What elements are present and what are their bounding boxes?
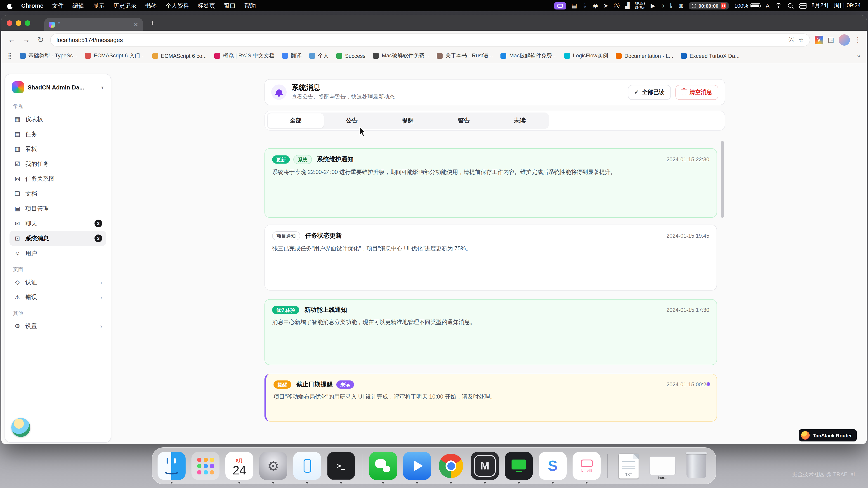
dock-blue-messenger[interactable] <box>403 452 431 480</box>
dock-finder[interactable] <box>158 452 186 480</box>
sidebar-item-chat[interactable]: ✉聊天3 <box>9 216 106 231</box>
apple-menu-icon[interactable] <box>7 2 13 9</box>
dock-calendar[interactable]: 8月24 <box>225 452 253 480</box>
calendar-status-icon[interactable]: ▤ <box>571 2 577 9</box>
menu-help[interactable]: 帮助 <box>244 2 256 10</box>
menu-view[interactable]: 显示 <box>93 2 104 10</box>
bookmark-item[interactable]: LogicFlow实例 <box>564 52 608 60</box>
dock-chrome[interactable] <box>437 452 465 480</box>
tab-all[interactable]: 全部 <box>268 113 324 128</box>
message-card[interactable]: 优先体验 新功能上线通知 2024-01-15 17:30 消息中心新增了智能消… <box>265 299 717 365</box>
menu-window[interactable]: 窗口 <box>224 2 236 10</box>
address-bar[interactable]: localhost:5174/messages Ⓐ ☆ <box>50 33 810 46</box>
extensions-puzzle-icon[interactable]: ◳ <box>828 36 834 44</box>
dock-markdown-editor[interactable]: M <box>471 452 499 480</box>
sidebar-item-users[interactable]: ☺用户 <box>9 246 106 261</box>
wifi-icon[interactable] <box>775 3 782 8</box>
control-center-icon[interactable] <box>799 3 806 8</box>
bookmark-item[interactable]: ECMAScript 6 co... <box>152 53 207 59</box>
bookmark-folder[interactable]: 个人 <box>309 52 329 60</box>
maximize-window-button[interactable] <box>25 20 30 26</box>
bookmark-item[interactable]: Success <box>336 53 366 59</box>
tab-announcements[interactable]: 公告 <box>324 113 380 128</box>
browser-profile-avatar[interactable] <box>839 34 850 45</box>
menu-file[interactable]: 文件 <box>52 2 64 10</box>
new-tab-button[interactable]: + <box>150 19 155 27</box>
account-status-icon[interactable]: ◍ <box>679 2 684 9</box>
dock-wechat[interactable] <box>369 452 397 480</box>
menu-bookmarks[interactable]: 书签 <box>145 2 157 10</box>
network-speed-indicator[interactable]: 0KB/s 0KB/s <box>635 1 645 10</box>
send-status-icon[interactable]: ➤ <box>603 2 608 9</box>
sidebar-item-documents[interactable]: ❏文档 <box>9 186 106 201</box>
workspace-switcher[interactable]: ShadCN Admin Da... ▾ <box>9 78 106 98</box>
close-window-button[interactable] <box>7 20 12 26</box>
forward-button[interactable]: → <box>21 35 31 44</box>
download-status-icon[interactable]: ⇣ <box>583 2 587 9</box>
menu-app-name[interactable]: Chrome <box>21 2 43 9</box>
content-scrollbar[interactable] <box>721 141 724 218</box>
sidebar-item-task-graph[interactable]: ⋈任务关系图 <box>9 171 106 186</box>
tab-unread[interactable]: 未读 <box>492 113 548 128</box>
sidebar-item-my-tasks[interactable]: ☑我的任务 <box>9 156 106 171</box>
menu-profiles[interactable]: 个人资料 <box>165 2 189 10</box>
message-card[interactable]: 项目通知 任务状态更新 2024-01-15 19:45 张三已完成任务"用户界… <box>265 225 717 291</box>
dock-s-design-app[interactable]: S <box>539 452 567 480</box>
mark-all-read-button[interactable]: ✓全部已读 <box>628 85 671 100</box>
battery-indicator[interactable]: 100% <box>734 2 760 9</box>
screen-mirroring-icon[interactable] <box>554 2 566 9</box>
tab-reminders[interactable]: 提醒 <box>380 113 436 128</box>
menu-edit[interactable]: 编辑 <box>72 2 84 10</box>
sidebar-item-tasks[interactable]: ▤任务 <box>9 127 106 141</box>
stats-status-icon[interactable]: ▟ <box>625 2 629 9</box>
dock-trash[interactable] <box>682 452 710 480</box>
tanstack-router-badge[interactable]: TanStack Router <box>799 429 857 442</box>
sidebar-item-board[interactable]: ▥看板 <box>9 141 106 156</box>
profile-status-icon[interactable]: ◉ <box>593 2 598 9</box>
bookmark-item[interactable]: 翻译 <box>282 52 302 60</box>
bookmark-item[interactable]: 关于本书 - Rust语... <box>437 52 493 60</box>
translate-icon[interactable]: Ⓐ <box>788 36 794 44</box>
extension-shield-icon[interactable]: V <box>815 35 823 44</box>
bookmark-item[interactable]: Exceed TurboX Da... <box>681 53 739 59</box>
bluetooth-icon[interactable]: ᛒ <box>670 2 673 9</box>
bookmark-item[interactable]: 基础类型 · TypeSc... <box>20 52 77 60</box>
menu-bar-clock[interactable]: 8月24日 周日 09:24 <box>811 2 861 9</box>
browser-menu-icon[interactable]: ⋮ <box>855 36 861 44</box>
bookmark-item[interactable]: ECMAScript 6 入门... <box>85 52 145 60</box>
input-a-status-icon[interactable]: Ⓐ <box>614 2 620 10</box>
bookmark-item[interactable]: Mac破解软件免费... <box>501 52 557 60</box>
back-button[interactable]: ← <box>7 35 17 44</box>
menu-history[interactable]: 历史记录 <box>113 2 136 10</box>
apps-grid-icon[interactable]: ⣿ <box>8 53 12 59</box>
reload-button[interactable]: ↻ <box>36 35 46 44</box>
sidebar-item-settings[interactable]: ⚙设置› <box>9 319 106 333</box>
sidebar-item-projects[interactable]: ▣项目管理 <box>9 201 106 216</box>
play-status-icon[interactable]: ▶ <box>651 2 655 9</box>
dock-system-settings[interactable]: ⚙ <box>259 452 287 480</box>
bookmark-item[interactable]: Documentation · L... <box>616 53 673 59</box>
sidebar-item-system-messages[interactable]: ⊡系统消息3 <box>9 231 106 246</box>
dock-terminal[interactable]: >_ <box>327 452 355 480</box>
record-status-icon[interactable]: ◌ <box>661 2 664 9</box>
input-source-indicator[interactable]: A <box>766 2 770 9</box>
minimize-window-button[interactable] <box>16 20 21 26</box>
spotlight-search-icon[interactable] <box>787 2 794 9</box>
message-card-unread[interactable]: 提醒 截止日期提醒 未读 2024-01-15 00:20 项目"移动端布局优化… <box>265 374 717 422</box>
clear-messages-button[interactable]: 清空消息 <box>675 85 718 100</box>
dock-remote-screen[interactable] <box>505 452 533 480</box>
sidebar-item-dashboard[interactable]: ▦仪表板 <box>9 111 106 127</box>
bookmarks-overflow-chevron[interactable]: » <box>857 53 860 59</box>
message-card[interactable]: 更新 系统 系统维护通知 2024-01-15 22:30 系统将于今晚 22:… <box>265 148 717 218</box>
tab-close-icon[interactable]: ✕ <box>133 21 138 28</box>
menu-tabs[interactable]: 标签页 <box>197 2 215 10</box>
bookmark-item[interactable]: 概览 | RxJS 中文文档 <box>215 52 275 60</box>
bookmark-star-icon[interactable]: ☆ <box>798 36 804 43</box>
sidebar-item-errors[interactable]: ⚠错误› <box>9 290 106 304</box>
bookmark-item[interactable]: Mac破解软件免费... <box>373 52 429 60</box>
dock-txt-file[interactable]: TXT <box>615 452 643 480</box>
dock-launchpad[interactable] <box>191 452 219 480</box>
timer-widget[interactable]: 00:00:00 <box>689 2 729 9</box>
dock-window-preview[interactable]: bun... <box>649 452 677 480</box>
sidebar-item-auth[interactable]: ◇认证› <box>9 275 106 290</box>
